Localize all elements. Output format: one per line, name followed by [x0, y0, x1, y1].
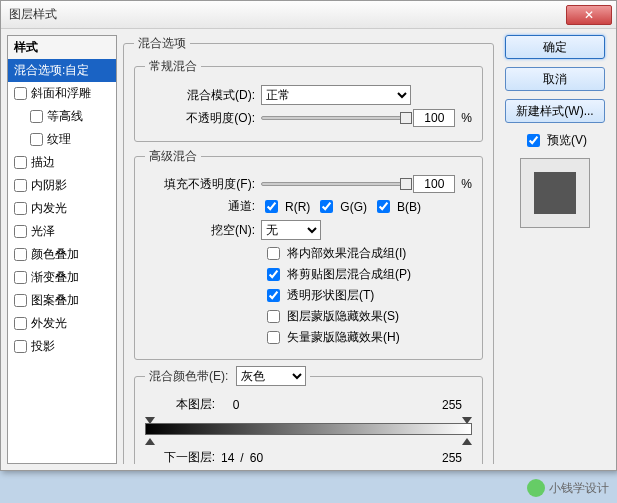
blend-options-title: 混合选项 [134, 35, 190, 52]
close-button[interactable]: ✕ [566, 5, 612, 25]
preview-checkbox[interactable]: 预览(V) [523, 131, 587, 150]
style-check[interactable] [14, 156, 27, 169]
layer-style-dialog: 图层样式 ✕ 样式 混合选项:自定斜面和浮雕等高线纹理描边内阴影内发光光泽颜色叠… [0, 0, 617, 471]
under-mid: 60 [250, 451, 263, 465]
style-label: 纹理 [47, 131, 71, 148]
this-high: 255 [432, 398, 472, 412]
right-column: 确定 取消 新建样式(W)... 预览(V) [500, 35, 610, 464]
style-label: 颜色叠加 [31, 246, 79, 263]
under-sep: / [240, 451, 243, 465]
style-check[interactable] [14, 248, 27, 261]
knockout-label: 挖空(N): [145, 222, 255, 239]
style-check[interactable] [14, 271, 27, 284]
blend-if-group: 混合颜色带(E): 灰色 本图层: 0 255 [134, 366, 483, 464]
style-check[interactable] [14, 317, 27, 330]
style-item-7[interactable]: 光泽 [8, 220, 116, 243]
style-label: 内阴影 [31, 177, 67, 194]
style-check[interactable] [14, 179, 27, 192]
blend-if-legend: 混合颜色带(E): 灰色 [145, 366, 310, 386]
adv-check-4[interactable]: 矢量蒙版隐藏效果(H) [263, 328, 472, 347]
style-label: 外发光 [31, 315, 67, 332]
style-label: 混合选项:自定 [14, 62, 89, 79]
knockout-select[interactable]: 无 [261, 220, 321, 240]
style-item-11[interactable]: 外发光 [8, 312, 116, 335]
general-blend-group: 常规混合 混合模式(D): 正常 不透明度(O): 100 % [134, 58, 483, 142]
under-layer-label: 下一图层: [145, 449, 215, 464]
window-title: 图层样式 [9, 6, 566, 23]
style-label: 渐变叠加 [31, 269, 79, 286]
blend-options-group: 混合选项 常规混合 混合模式(D): 正常 不透明度(O): 100 % [123, 35, 494, 464]
adv-check-3[interactable]: 图层蒙版隐藏效果(S) [263, 307, 472, 326]
style-label: 图案叠加 [31, 292, 79, 309]
wechat-icon [527, 479, 545, 497]
style-item-2[interactable]: 等高线 [8, 105, 116, 128]
advanced-blend-group: 高级混合 填充不透明度(F): 100 % 通道: R(R) G(G) B(B) [134, 148, 483, 360]
style-item-3[interactable]: 纹理 [8, 128, 116, 151]
this-low: 0 [221, 398, 251, 412]
titlebar[interactable]: 图层样式 ✕ [1, 1, 616, 29]
style-item-8[interactable]: 颜色叠加 [8, 243, 116, 266]
advanced-title: 高级混合 [145, 148, 201, 165]
watermark: 小钱学设计 [527, 479, 609, 497]
this-layer-band[interactable] [145, 417, 472, 445]
style-item-6[interactable]: 内发光 [8, 197, 116, 220]
under-high: 255 [432, 451, 472, 465]
style-label: 内发光 [31, 200, 67, 217]
style-item-1[interactable]: 斜面和浮雕 [8, 82, 116, 105]
center-panel: 混合选项 常规混合 混合模式(D): 正常 不透明度(O): 100 % [123, 35, 494, 464]
style-item-4[interactable]: 描边 [8, 151, 116, 174]
under-low: 14 [221, 451, 234, 465]
opacity-label: 不透明度(O): [145, 110, 255, 127]
styles-header: 样式 [8, 36, 116, 59]
style-label: 投影 [31, 338, 55, 355]
adv-check-0[interactable]: 将内部效果混合成组(I) [263, 244, 472, 263]
preview-swatch [534, 172, 576, 214]
opacity-value[interactable]: 100 [413, 109, 455, 127]
style-item-0[interactable]: 混合选项:自定 [8, 59, 116, 82]
style-item-10[interactable]: 图案叠加 [8, 289, 116, 312]
style-item-5[interactable]: 内阴影 [8, 174, 116, 197]
channels-label: 通道: [145, 198, 255, 215]
adv-check-1[interactable]: 将剪贴图层混合成组(P) [263, 265, 472, 284]
general-title: 常规混合 [145, 58, 201, 75]
channel-r[interactable]: R(R) [261, 197, 310, 216]
style-check[interactable] [14, 202, 27, 215]
style-check[interactable] [14, 294, 27, 307]
blend-mode-label: 混合模式(D): [145, 87, 255, 104]
adv-check-2[interactable]: 透明形状图层(T) [263, 286, 472, 305]
percent-label: % [461, 111, 472, 125]
style-item-12[interactable]: 投影 [8, 335, 116, 358]
this-layer-label: 本图层: [145, 396, 215, 413]
fill-opacity-value[interactable]: 100 [413, 175, 455, 193]
styles-list: 样式 混合选项:自定斜面和浮雕等高线纹理描边内阴影内发光光泽颜色叠加渐变叠加图案… [7, 35, 117, 464]
opacity-slider[interactable] [261, 116, 407, 120]
channel-g[interactable]: G(G) [316, 197, 367, 216]
fill-opacity-label: 填充不透明度(F): [145, 176, 255, 193]
channel-b[interactable]: B(B) [373, 197, 421, 216]
style-label: 斜面和浮雕 [31, 85, 91, 102]
percent-label-2: % [461, 177, 472, 191]
cancel-button[interactable]: 取消 [505, 67, 605, 91]
ok-button[interactable]: 确定 [505, 35, 605, 59]
blend-if-select[interactable]: 灰色 [236, 366, 306, 386]
style-check[interactable] [14, 225, 27, 238]
style-check[interactable] [30, 110, 43, 123]
style-check[interactable] [14, 340, 27, 353]
preview-box [520, 158, 590, 228]
style-label: 描边 [31, 154, 55, 171]
style-check[interactable] [14, 87, 27, 100]
style-check[interactable] [30, 133, 43, 146]
style-item-9[interactable]: 渐变叠加 [8, 266, 116, 289]
style-label: 等高线 [47, 108, 83, 125]
blend-mode-select[interactable]: 正常 [261, 85, 411, 105]
fill-opacity-slider[interactable] [261, 182, 407, 186]
new-style-button[interactable]: 新建样式(W)... [505, 99, 605, 123]
style-label: 光泽 [31, 223, 55, 240]
